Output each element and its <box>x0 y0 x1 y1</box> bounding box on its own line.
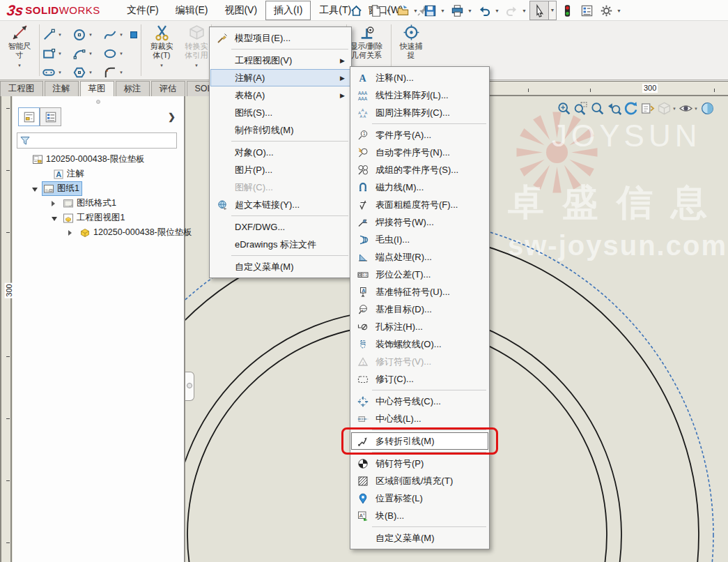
headsup-hide-show-items-button[interactable]: ▼ <box>679 101 698 116</box>
annotation-menu-item-datum-target[interactable]: A1基准目标(D)... <box>351 301 488 318</box>
annotation-menu-item-revision-cloud[interactable]: 修订(C)... <box>351 370 488 388</box>
insert-menu-item-drawing-views[interactable]: 工程图视图(V)▶ <box>210 52 350 69</box>
dropdown-arrow-icon[interactable]: ▼ <box>58 70 62 75</box>
annotation-menu-item-hole-callout[interactable]: 孔标注(H)... <box>351 318 488 335</box>
tree-filter-input[interactable] <box>17 132 177 149</box>
panel-expand-chevron-icon[interactable]: ❯ <box>168 112 176 122</box>
dropdown-arrow-icon[interactable]: ▼ <box>412 8 419 13</box>
annotation-menu-item-datum-feature[interactable]: A基准特征符号(U)... <box>351 283 488 301</box>
smart-dimension-button[interactable]: 智能尺寸▼ <box>1 23 38 78</box>
collapse-arrow-icon[interactable] <box>32 188 38 192</box>
tree-item-annotations-folder[interactable]: A注解 <box>13 167 184 181</box>
dropdown-arrow-icon[interactable]: ▼ <box>615 8 623 13</box>
trim-entities-button[interactable]: 剪裁实体(T)▼ <box>144 23 180 78</box>
panel-grip-dot[interactable] <box>96 100 100 104</box>
dropdown-arrow-icon[interactable]: ▼ <box>466 8 474 13</box>
collapse-arrow-icon[interactable] <box>52 217 57 221</box>
headsup-rotate-view-button[interactable] <box>624 101 638 116</box>
insert-menu-item-dxf-dwg[interactable]: DXF/DWG... <box>210 218 350 236</box>
annotation-menu-item-centerline[interactable]: 中心线(L)... <box>351 410 488 427</box>
dropdown-arrow-icon[interactable]: ▼ <box>194 61 199 70</box>
annotation-menu-item-customize-menu[interactable]: 自定义菜单(M) <box>351 529 488 547</box>
panel-collapse-handle[interactable] <box>185 372 194 401</box>
annotation-menu-item-dowel-pin[interactable]: 销钉符号(P) <box>351 455 488 472</box>
ellipse-tool-button[interactable]: ▼ <box>103 45 123 62</box>
point-tool-button[interactable] <box>127 26 141 43</box>
dropdown-arrow-icon[interactable]: ▼ <box>17 61 22 70</box>
tree-item-part-reference[interactable]: 120250-000438-限位垫板 <box>13 225 184 240</box>
dropdown-arrow-icon[interactable]: ▼ <box>88 52 93 56</box>
annotation-menu-item-end-treatment[interactable]: 端点处理(R)... <box>351 248 488 266</box>
menubar-item-view[interactable]: 视图(V) <box>216 1 265 20</box>
dropdown-arrow-icon[interactable]: ▼ <box>385 8 392 13</box>
tree-item-drawing-view1[interactable]: 工程图视图1 <box>13 211 184 225</box>
qat-print-button[interactable]: ▼ <box>448 1 474 20</box>
annotation-menu-item-balloon[interactable]: 1零件序号(A)... <box>351 126 488 144</box>
insert-menu-item-make-section-line[interactable]: 制作剖切线(M) <box>210 121 350 139</box>
tree-item-sheet1[interactable]: 图纸1 <box>13 181 184 196</box>
qat-options-list-button[interactable] <box>578 1 596 20</box>
qat-redo-button[interactable]: ▼ <box>502 1 528 20</box>
annotation-menu-item-location-label[interactable]: 位置标签(L) <box>351 489 488 507</box>
annotation-menu-item-geometric-tolerance[interactable]: 0.1形位公差(T)... <box>351 266 488 283</box>
insert-menu-item-edrawings-markup[interactable]: eDrawings 标注文件 <box>210 236 350 253</box>
headsup-zoom-in-out-button[interactable] <box>590 101 605 116</box>
menubar-item-edit[interactable]: 编辑(E) <box>167 1 217 20</box>
annotation-menu-item-center-mark[interactable]: 中心符号线(C)... <box>351 393 488 410</box>
circle-tool-button[interactable]: ▼ <box>72 26 93 43</box>
annotation-menu-item-magnetic-line[interactable]: 磁力线(M)... <box>351 179 488 196</box>
qat-undo-button[interactable]: ▼ <box>475 1 501 20</box>
menubar-item-insert[interactable]: 插入(I) <box>265 1 311 20</box>
dropdown-arrow-icon[interactable]: ▼ <box>694 107 698 111</box>
insert-menu-item-annotations[interactable]: 注解(A)▶ <box>210 69 350 86</box>
expand-arrow-icon[interactable] <box>68 230 72 236</box>
expand-arrow-icon[interactable] <box>52 201 55 206</box>
dropdown-arrow-icon[interactable]: ▼ <box>88 33 93 37</box>
tab-evaluate[interactable]: 评估 <box>151 81 185 96</box>
insert-menu-item-customize-menu[interactable]: 自定义菜单(M) <box>210 258 350 275</box>
tree-item-root-document[interactable]: 120250-000438-限位垫板 <box>13 152 184 167</box>
dropdown-arrow-icon[interactable]: ▼ <box>548 1 556 20</box>
insert-menu-item-sheet[interactable]: 图纸(S)... <box>210 104 350 121</box>
qat-new-button[interactable]: ▼ <box>366 1 392 20</box>
dropdown-arrow-icon[interactable]: ▼ <box>58 52 62 56</box>
qat-open-button[interactable]: ▼ <box>394 1 419 20</box>
insert-menu-item-hyperlink[interactable]: 超文本链接(Y)... <box>210 196 350 213</box>
dropdown-arrow-icon[interactable]: ▼ <box>520 8 528 13</box>
tree-item-sheet-format1[interactable]: 图纸格式1 <box>13 196 184 211</box>
dropdown-arrow-icon[interactable]: ▼ <box>119 70 123 75</box>
dropdown-arrow-icon[interactable]: ▼ <box>88 70 93 75</box>
dropdown-arrow-icon[interactable]: ▼ <box>119 33 123 37</box>
annotation-menu-item-multi-jog-leader[interactable]: 多转折引线(M) <box>351 432 488 450</box>
annotation-menu-item-auto-balloon[interactable]: 自动零件序号(N)... <box>351 144 488 161</box>
insert-menu-item-model-items[interactable]: 模型项目(E)... <box>210 29 350 47</box>
straight-slot-tool-button[interactable]: ▼ <box>42 64 62 81</box>
qat-settings-button[interactable]: ▼ <box>597 1 623 20</box>
headsup-zoom-to-area-button[interactable] <box>573 101 588 116</box>
sketch-fillet-tool-button[interactable]: ▼ <box>103 64 123 81</box>
corner-rectangle-tool-button[interactable]: ▼ <box>42 45 62 62</box>
annotation-menu-item-linear-note-pattern[interactable]: AAAAAA线性注释阵列(L)... <box>351 86 488 104</box>
arc-tool-button[interactable]: ▼ <box>72 45 93 62</box>
annotation-menu-item-block[interactable]: A°块(B)... <box>351 507 488 524</box>
dropdown-arrow-icon[interactable]: ▼ <box>672 107 676 111</box>
dropdown-arrow-icon[interactable]: ▼ <box>119 52 123 56</box>
qat-save-button[interactable]: ▼ <box>421 1 447 20</box>
insert-menu-item-object[interactable]: 对象(O)... <box>210 144 350 161</box>
annotation-menu-item-revision-symbol[interactable]: 1修订符号(V)... <box>351 353 488 370</box>
annotation-menu-item-weld-symbol[interactable]: 焊接符号(W)... <box>351 213 488 231</box>
spline-tool-button[interactable]: ▼ <box>103 26 123 43</box>
dropdown-arrow-icon[interactable]: ▼ <box>439 8 447 13</box>
dropdown-arrow-icon[interactable]: ▼ <box>58 33 62 37</box>
tab-dimension[interactable]: 标注 <box>116 81 150 96</box>
annotation-menu-item-note[interactable]: A注释(N)... <box>351 69 488 86</box>
line-tool-button[interactable]: ▼ <box>42 26 62 43</box>
headsup-previous-view-button[interactable] <box>607 101 621 116</box>
dropdown-arrow-icon[interactable]: ▼ <box>160 61 164 70</box>
insert-menu-item-picture[interactable]: 图片(P)... <box>210 161 350 179</box>
annotation-menu-item-area-hatch-fill[interactable]: 区域剖面线/填充(T) <box>351 472 488 489</box>
dropdown-arrow-icon[interactable]: ▼ <box>493 8 501 13</box>
menubar-item-file[interactable]: 文件(F) <box>118 1 167 20</box>
featuremanager-design-tree-tab-button[interactable] <box>18 107 40 126</box>
qat-home-button[interactable] <box>347 1 365 20</box>
